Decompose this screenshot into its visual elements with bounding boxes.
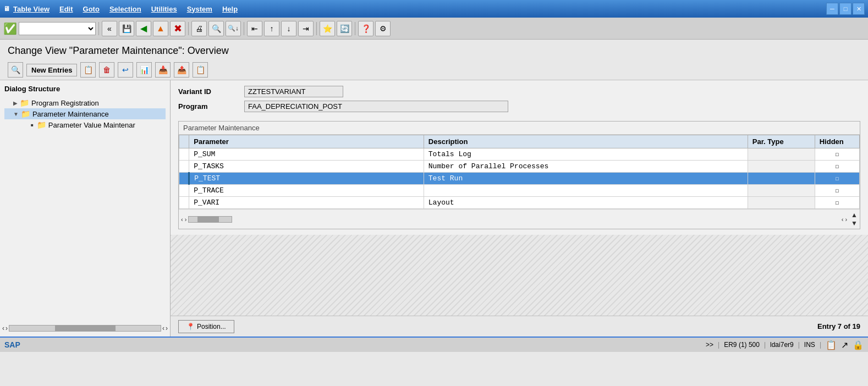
- entry-count: Entry 7 of 19: [817, 322, 860, 330]
- col-header-parameter: Parameter: [189, 135, 424, 148]
- sidebar-nav-right[interactable]: ›: [166, 324, 168, 332]
- help-button[interactable]: ❓: [358, 21, 373, 36]
- menu-help[interactable]: Help: [222, 5, 238, 13]
- last-page-button[interactable]: ⇥: [298, 21, 314, 36]
- sidebar-scroll-left[interactable]: ‹: [2, 324, 4, 332]
- import-button[interactable]: 📥: [155, 62, 171, 78]
- folder-icon-2: 📁: [21, 109, 30, 118]
- cell-hidden-1[interactable]: ☐: [815, 148, 859, 161]
- position-icon: 📍: [186, 323, 195, 330]
- row-indicator-2: [179, 161, 189, 173]
- sidebar: Dialog Structure ▶ 📁 Program Registratio…: [0, 80, 171, 337]
- table-row[interactable]: P_TEST Test Run ☐: [179, 173, 860, 185]
- parameter-value-label: Parameter Value Maintenar: [48, 121, 135, 129]
- next-page-button[interactable]: ↓: [281, 21, 296, 36]
- back-button[interactable]: ◀: [136, 21, 151, 36]
- print-button[interactable]: 🖨: [191, 21, 207, 36]
- maximize-button[interactable]: □: [839, 3, 851, 15]
- save-button[interactable]: 💾: [119, 21, 134, 36]
- variant-id-row: Variant ID ZZTESTVARIANT: [178, 86, 860, 97]
- bottom-bar: 📍 Position... Entry 7 of 19: [171, 316, 868, 337]
- menu-selection[interactable]: Selection: [109, 5, 141, 13]
- sap-logo: SAP: [4, 340, 20, 349]
- cell-hidden-2[interactable]: ☐: [815, 161, 859, 173]
- status-lock-button[interactable]: 🔒: [853, 340, 864, 350]
- table-nav-left[interactable]: ‹: [842, 216, 844, 223]
- history-dropdown[interactable]: [19, 22, 96, 35]
- find-button[interactable]: 🔍: [208, 21, 224, 36]
- expand-arrow-1: ▶: [13, 100, 18, 106]
- status-link-button[interactable]: ↗: [841, 340, 848, 350]
- back-first-button[interactable]: «: [102, 21, 117, 36]
- table-row[interactable]: P_VARI Layout ☐: [179, 197, 860, 209]
- sidebar-scrollbar[interactable]: [9, 325, 161, 332]
- app-icon: 🖥: [3, 5, 10, 13]
- cancel-button[interactable]: ✖: [170, 21, 185, 36]
- menu-utilities[interactable]: Utilities: [151, 5, 177, 13]
- cell-partype-5: [748, 197, 815, 209]
- sidebar-item-parameter-value[interactable]: ■ 📁 Parameter Value Maintenar: [4, 119, 166, 130]
- cell-partype-2: [748, 161, 815, 173]
- menu-system[interactable]: System: [187, 5, 212, 13]
- settings-button[interactable]: ⚙: [375, 21, 391, 36]
- new-entries-button[interactable]: New Entries: [26, 64, 77, 76]
- position-button[interactable]: 📍 Position...: [178, 320, 234, 333]
- check-icon[interactable]: ✅: [3, 22, 17, 35]
- copy-button[interactable]: 📋: [80, 62, 96, 78]
- cell-hidden-5[interactable]: ☐: [815, 197, 859, 209]
- page-title: Change View "Parameter Maintenance": Ove…: [0, 40, 868, 60]
- status-sep-2: |: [764, 341, 766, 349]
- up-button[interactable]: ▲: [153, 21, 168, 36]
- table-nav-right[interactable]: ›: [845, 216, 847, 223]
- sidebar-item-program-registration[interactable]: ▶ 📁 Program Registration: [4, 97, 166, 108]
- header-fields: Variant ID ZZTESTVARIANT Program FAA_DEP…: [171, 80, 868, 121]
- minimize-button[interactable]: ─: [826, 3, 838, 15]
- table-scroll-up[interactable]: ▲: [851, 211, 858, 219]
- status-sep-4: |: [820, 341, 821, 349]
- cell-hidden-4[interactable]: ☐: [815, 185, 859, 197]
- program-row: Program FAA_DEPRECIATION_POST: [178, 101, 860, 112]
- cell-partype-3: [748, 173, 815, 185]
- menu-edit[interactable]: Edit: [59, 5, 73, 13]
- cell-hidden-3[interactable]: ☐: [815, 173, 859, 185]
- undo-button[interactable]: ↩: [118, 62, 133, 78]
- program-value: FAA_DEPRECIATION_POST: [244, 101, 508, 112]
- first-page-button[interactable]: ⇤: [247, 21, 262, 36]
- sidebar-item-parameter-maintenance[interactable]: ▼ 📁 Parameter Maintenance: [4, 108, 166, 119]
- close-button[interactable]: ✕: [853, 3, 865, 15]
- sidebar-scroll-right[interactable]: ›: [6, 324, 8, 332]
- title-bar: 🖥 Table View Edit Goto Selection Utiliti…: [0, 0, 868, 18]
- table-row[interactable]: P_TRACE ☐: [179, 185, 860, 197]
- bookmark-button[interactable]: ⭐: [320, 21, 335, 36]
- col-header-hidden: Hidden: [815, 135, 859, 148]
- table-scrollbar[interactable]: [188, 216, 232, 223]
- toolbar-sep-5: [355, 22, 355, 35]
- cell-parameter-2: P_TASKS: [189, 161, 424, 173]
- table-scroll-right[interactable]: ›: [185, 216, 187, 223]
- table-wrapper[interactable]: Parameter Description Par. Type Hidden P…: [179, 135, 860, 209]
- find-next-button[interactable]: 🔍↓: [226, 21, 241, 36]
- more-button[interactable]: 📋: [193, 62, 208, 78]
- table-scroll-left[interactable]: ‹: [181, 216, 183, 223]
- delete-button[interactable]: 🗑: [99, 62, 114, 78]
- toolbar-sep-2: [188, 22, 189, 35]
- mode-info: INS: [804, 341, 815, 349]
- parameter-maintenance-label: Parameter Maintenance: [32, 110, 109, 118]
- table-settings-button[interactable]: 📊: [136, 62, 152, 78]
- table-row[interactable]: P_SUM Totals Log ☐: [179, 148, 860, 161]
- status-sep-1: |: [718, 341, 719, 349]
- menu-goto[interactable]: Goto: [83, 5, 100, 13]
- table-row[interactable]: P_TASKS Number of Parallel Processes ☐: [179, 161, 860, 173]
- folder-icon-1: 📁: [20, 98, 29, 107]
- cell-parameter-4: P_TRACE: [189, 185, 424, 197]
- sidebar-nav-left[interactable]: ‹: [162, 324, 164, 332]
- expand-arrow-2: ▼: [13, 111, 19, 117]
- search-action-button[interactable]: 🔍: [8, 62, 23, 78]
- history-button[interactable]: 🔄: [337, 21, 352, 36]
- prev-page-button[interactable]: ↑: [264, 21, 279, 36]
- menu-tableview[interactable]: Table View: [13, 5, 50, 13]
- table-scroll-down[interactable]: ▼: [851, 219, 858, 227]
- export-button[interactable]: 📤: [174, 62, 189, 78]
- status-arrows: >>: [706, 341, 713, 349]
- status-copy-button[interactable]: 📋: [826, 340, 837, 350]
